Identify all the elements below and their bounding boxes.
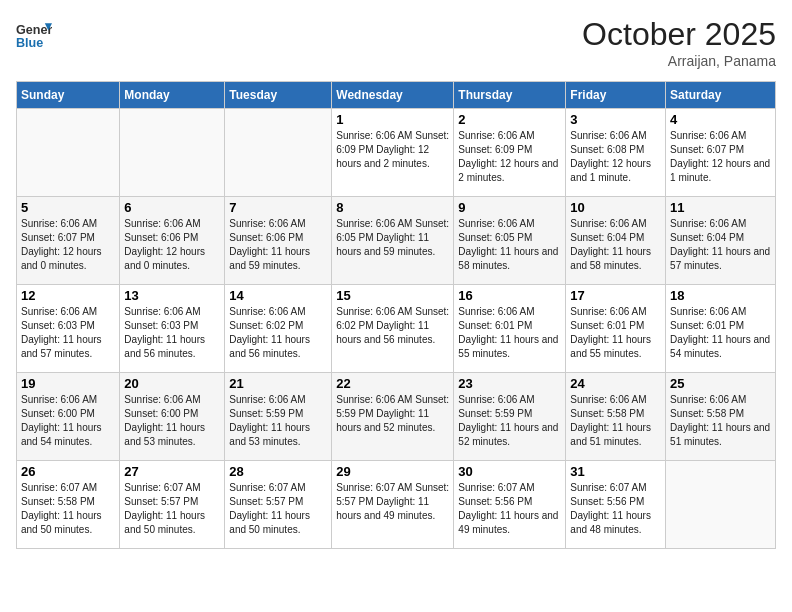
day-number: 27 (124, 464, 220, 479)
calendar-table: SundayMondayTuesdayWednesdayThursdayFrid… (16, 81, 776, 549)
day-number: 11 (670, 200, 771, 215)
day-info: Sunrise: 6:07 AM Sunset: 5:57 PM Dayligh… (336, 481, 449, 523)
week-row-5: 26Sunrise: 6:07 AM Sunset: 5:58 PM Dayli… (17, 461, 776, 549)
day-number: 25 (670, 376, 771, 391)
day-info: Sunrise: 6:07 AM Sunset: 5:56 PM Dayligh… (458, 481, 561, 537)
calendar-cell (225, 109, 332, 197)
day-info: Sunrise: 6:06 AM Sunset: 6:02 PM Dayligh… (336, 305, 449, 347)
calendar-body: 1Sunrise: 6:06 AM Sunset: 6:09 PM Daylig… (17, 109, 776, 549)
day-info: Sunrise: 6:06 AM Sunset: 6:05 PM Dayligh… (336, 217, 449, 259)
calendar-cell: 6Sunrise: 6:06 AM Sunset: 6:06 PM Daylig… (120, 197, 225, 285)
day-info: Sunrise: 6:06 AM Sunset: 6:07 PM Dayligh… (21, 217, 115, 273)
day-number: 23 (458, 376, 561, 391)
week-row-2: 5Sunrise: 6:06 AM Sunset: 6:07 PM Daylig… (17, 197, 776, 285)
calendar-cell (666, 461, 776, 549)
header-cell-sunday: Sunday (17, 82, 120, 109)
day-info: Sunrise: 6:06 AM Sunset: 6:01 PM Dayligh… (670, 305, 771, 361)
day-number: 18 (670, 288, 771, 303)
day-info: Sunrise: 6:06 AM Sunset: 6:09 PM Dayligh… (458, 129, 561, 185)
calendar-cell: 31Sunrise: 6:07 AM Sunset: 5:56 PM Dayli… (566, 461, 666, 549)
day-info: Sunrise: 6:06 AM Sunset: 6:03 PM Dayligh… (124, 305, 220, 361)
header-cell-wednesday: Wednesday (332, 82, 454, 109)
day-number: 15 (336, 288, 449, 303)
day-info: Sunrise: 6:06 AM Sunset: 6:08 PM Dayligh… (570, 129, 661, 185)
calendar-cell: 26Sunrise: 6:07 AM Sunset: 5:58 PM Dayli… (17, 461, 120, 549)
day-number: 6 (124, 200, 220, 215)
header-cell-monday: Monday (120, 82, 225, 109)
day-number: 28 (229, 464, 327, 479)
calendar-cell: 11Sunrise: 6:06 AM Sunset: 6:04 PM Dayli… (666, 197, 776, 285)
calendar-cell: 15Sunrise: 6:06 AM Sunset: 6:02 PM Dayli… (332, 285, 454, 373)
day-number: 16 (458, 288, 561, 303)
day-number: 19 (21, 376, 115, 391)
day-info: Sunrise: 6:06 AM Sunset: 5:59 PM Dayligh… (458, 393, 561, 449)
calendar-cell: 9Sunrise: 6:06 AM Sunset: 6:05 PM Daylig… (454, 197, 566, 285)
calendar-cell: 4Sunrise: 6:06 AM Sunset: 6:07 PM Daylig… (666, 109, 776, 197)
calendar-cell: 24Sunrise: 6:06 AM Sunset: 5:58 PM Dayli… (566, 373, 666, 461)
calendar-cell: 13Sunrise: 6:06 AM Sunset: 6:03 PM Dayli… (120, 285, 225, 373)
day-number: 1 (336, 112, 449, 127)
day-info: Sunrise: 6:06 AM Sunset: 6:05 PM Dayligh… (458, 217, 561, 273)
day-number: 29 (336, 464, 449, 479)
day-info: Sunrise: 6:06 AM Sunset: 6:04 PM Dayligh… (670, 217, 771, 273)
day-info: Sunrise: 6:06 AM Sunset: 5:58 PM Dayligh… (570, 393, 661, 449)
header-cell-tuesday: Tuesday (225, 82, 332, 109)
calendar-cell: 30Sunrise: 6:07 AM Sunset: 5:56 PM Dayli… (454, 461, 566, 549)
day-number: 17 (570, 288, 661, 303)
calendar-cell: 10Sunrise: 6:06 AM Sunset: 6:04 PM Dayli… (566, 197, 666, 285)
day-info: Sunrise: 6:06 AM Sunset: 6:04 PM Dayligh… (570, 217, 661, 273)
week-row-4: 19Sunrise: 6:06 AM Sunset: 6:00 PM Dayli… (17, 373, 776, 461)
logo-icon: General Blue (16, 16, 52, 52)
day-info: Sunrise: 6:07 AM Sunset: 5:57 PM Dayligh… (124, 481, 220, 537)
calendar-cell: 5Sunrise: 6:06 AM Sunset: 6:07 PM Daylig… (17, 197, 120, 285)
day-number: 2 (458, 112, 561, 127)
calendar-cell: 16Sunrise: 6:06 AM Sunset: 6:01 PM Dayli… (454, 285, 566, 373)
day-info: Sunrise: 6:06 AM Sunset: 6:01 PM Dayligh… (458, 305, 561, 361)
svg-text:Blue: Blue (16, 36, 43, 50)
calendar-cell: 29Sunrise: 6:07 AM Sunset: 5:57 PM Dayli… (332, 461, 454, 549)
day-number: 8 (336, 200, 449, 215)
day-info: Sunrise: 6:06 AM Sunset: 6:07 PM Dayligh… (670, 129, 771, 185)
calendar-cell: 1Sunrise: 6:06 AM Sunset: 6:09 PM Daylig… (332, 109, 454, 197)
day-info: Sunrise: 6:06 AM Sunset: 6:06 PM Dayligh… (124, 217, 220, 273)
day-number: 12 (21, 288, 115, 303)
day-info: Sunrise: 6:06 AM Sunset: 6:03 PM Dayligh… (21, 305, 115, 361)
calendar-cell: 12Sunrise: 6:06 AM Sunset: 6:03 PM Dayli… (17, 285, 120, 373)
day-info: Sunrise: 6:06 AM Sunset: 6:02 PM Dayligh… (229, 305, 327, 361)
calendar-cell: 19Sunrise: 6:06 AM Sunset: 6:00 PM Dayli… (17, 373, 120, 461)
calendar-cell (120, 109, 225, 197)
day-info: Sunrise: 6:06 AM Sunset: 5:59 PM Dayligh… (336, 393, 449, 435)
calendar-cell: 17Sunrise: 6:06 AM Sunset: 6:01 PM Dayli… (566, 285, 666, 373)
week-row-3: 12Sunrise: 6:06 AM Sunset: 6:03 PM Dayli… (17, 285, 776, 373)
day-number: 26 (21, 464, 115, 479)
day-info: Sunrise: 6:07 AM Sunset: 5:57 PM Dayligh… (229, 481, 327, 537)
day-number: 22 (336, 376, 449, 391)
calendar-header-row: SundayMondayTuesdayWednesdayThursdayFrid… (17, 82, 776, 109)
calendar-cell: 22Sunrise: 6:06 AM Sunset: 5:59 PM Dayli… (332, 373, 454, 461)
header-cell-friday: Friday (566, 82, 666, 109)
day-number: 3 (570, 112, 661, 127)
day-number: 30 (458, 464, 561, 479)
calendar-cell (17, 109, 120, 197)
title-block: October 2025 Arraijan, Panama (582, 16, 776, 69)
calendar-cell: 23Sunrise: 6:06 AM Sunset: 5:59 PM Dayli… (454, 373, 566, 461)
calendar-cell: 8Sunrise: 6:06 AM Sunset: 6:05 PM Daylig… (332, 197, 454, 285)
day-number: 7 (229, 200, 327, 215)
day-number: 9 (458, 200, 561, 215)
day-number: 14 (229, 288, 327, 303)
calendar-cell: 20Sunrise: 6:06 AM Sunset: 6:00 PM Dayli… (120, 373, 225, 461)
day-info: Sunrise: 6:06 AM Sunset: 6:09 PM Dayligh… (336, 129, 449, 171)
day-number: 24 (570, 376, 661, 391)
header-cell-thursday: Thursday (454, 82, 566, 109)
day-number: 20 (124, 376, 220, 391)
calendar-cell: 7Sunrise: 6:06 AM Sunset: 6:06 PM Daylig… (225, 197, 332, 285)
subtitle: Arraijan, Panama (582, 53, 776, 69)
calendar-cell: 27Sunrise: 6:07 AM Sunset: 5:57 PM Dayli… (120, 461, 225, 549)
calendar-cell: 3Sunrise: 6:06 AM Sunset: 6:08 PM Daylig… (566, 109, 666, 197)
day-info: Sunrise: 6:07 AM Sunset: 5:56 PM Dayligh… (570, 481, 661, 537)
page-header: General Blue October 2025 Arraijan, Pana… (16, 16, 776, 69)
week-row-1: 1Sunrise: 6:06 AM Sunset: 6:09 PM Daylig… (17, 109, 776, 197)
day-number: 21 (229, 376, 327, 391)
day-number: 10 (570, 200, 661, 215)
day-info: Sunrise: 6:06 AM Sunset: 6:00 PM Dayligh… (21, 393, 115, 449)
